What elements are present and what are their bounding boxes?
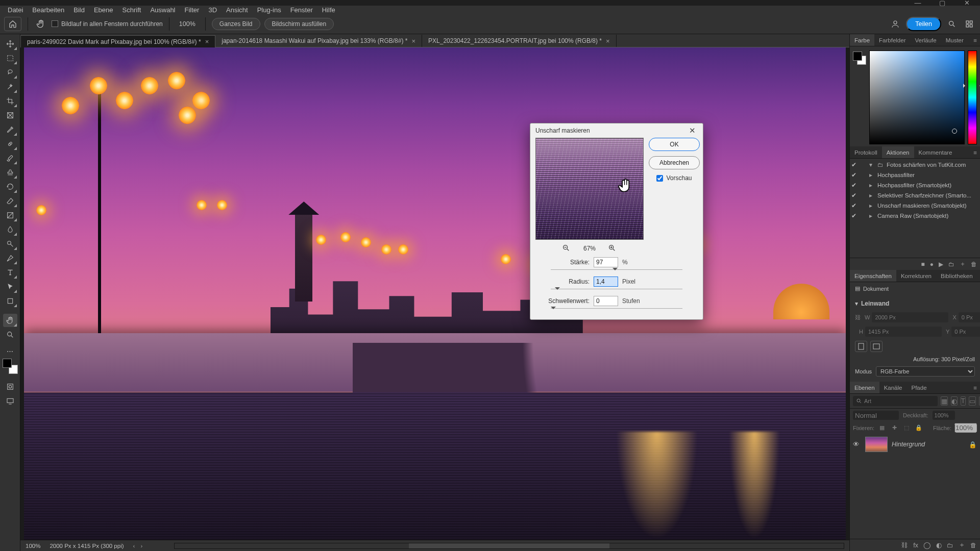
- chevron-down-icon[interactable]: ▾: [855, 300, 858, 307]
- hue-slider[interactable]: [968, 51, 977, 144]
- link-layers-icon[interactable]: ⛓: [901, 542, 908, 549]
- pen-tool[interactable]: [3, 252, 17, 265]
- zoom-display[interactable]: 100%: [176, 20, 199, 28]
- layer-filter-input[interactable]: [864, 398, 935, 404]
- orientation-portrait[interactable]: [855, 341, 867, 352]
- panel-menu-icon[interactable]: ≡: [977, 270, 980, 282]
- window-maximize[interactable]: ▢: [931, 1, 953, 6]
- screenmode-toggle[interactable]: [3, 394, 17, 408]
- action-row[interactable]: ✔▸Unscharf maskieren (Smartobjekt): [850, 201, 980, 211]
- tab-kanaele[interactable]: Kanäle: [879, 382, 907, 393]
- zoom-tool[interactable]: [3, 328, 17, 341]
- radius-slider[interactable]: [551, 289, 682, 294]
- tab-aktionen[interactable]: Aktionen: [882, 146, 914, 158]
- action-visibility-toggle[interactable]: ✔: [850, 161, 858, 168]
- fg-bg-swatch[interactable]: [3, 359, 18, 374]
- amount-input[interactable]: [594, 257, 618, 267]
- tab-kommentare[interactable]: Kommentare: [914, 146, 957, 158]
- scroll-all-windows-checkbox[interactable]: [52, 20, 58, 27]
- ok-button[interactable]: OK: [649, 138, 700, 151]
- marquee-tool[interactable]: [3, 52, 17, 65]
- action-row[interactable]: ✔▸Camera Raw (Smartobjekt): [850, 211, 980, 221]
- menu-schrift[interactable]: Schrift: [118, 6, 146, 14]
- brush-tool[interactable]: [3, 152, 17, 165]
- window-minimize[interactable]: —: [906, 1, 929, 6]
- tab-korrekturen[interactable]: Korrekturen: [896, 270, 936, 282]
- delete-layer-icon[interactable]: 🗑: [970, 542, 977, 549]
- action-visibility-toggle[interactable]: ✔: [850, 212, 858, 219]
- action-visibility-toggle[interactable]: ✔: [850, 202, 858, 209]
- lock-all-icon[interactable]: 🔒: [914, 423, 923, 433]
- action-visibility-toggle[interactable]: ✔: [850, 192, 858, 199]
- action-visibility-toggle[interactable]: ✔: [850, 171, 858, 179]
- quickmask-toggle[interactable]: [3, 380, 17, 393]
- layer-thumbnail[interactable]: [865, 437, 888, 452]
- panel-menu-icon[interactable]: ≡: [970, 382, 980, 393]
- status-zoom[interactable]: 100%: [26, 543, 40, 549]
- color-field[interactable]: [869, 51, 965, 144]
- lasso-tool[interactable]: [3, 66, 17, 79]
- menu-ansicht[interactable]: Ansicht: [222, 6, 253, 14]
- filter-type-icon[interactable]: T: [961, 396, 966, 406]
- fit-screen-button[interactable]: Ganzes Bild: [212, 18, 260, 30]
- close-tab-icon[interactable]: ×: [606, 37, 610, 45]
- dialog-close-icon[interactable]: ✕: [687, 126, 698, 135]
- lock-pixels-icon[interactable]: ▦: [877, 423, 887, 433]
- action-set-row[interactable]: ✔ ▾ 🗀 Fotos schärfen von TutKit.com: [850, 160, 980, 170]
- height-input[interactable]: [865, 327, 942, 337]
- blur-tool[interactable]: [3, 223, 17, 236]
- new-layer-icon[interactable]: ＋: [959, 541, 965, 549]
- action-record-icon[interactable]: ●: [930, 261, 934, 268]
- action-delete-icon[interactable]: 🗑: [971, 261, 977, 268]
- crop-tool[interactable]: [3, 94, 17, 108]
- panel-menu-icon[interactable]: ≡: [970, 34, 980, 46]
- menu-3d[interactable]: 3D: [204, 6, 222, 14]
- threshold-input[interactable]: [594, 296, 618, 306]
- status-arrows[interactable]: ‹ ›: [133, 543, 145, 549]
- opacity-input[interactable]: [933, 411, 955, 420]
- action-stop-icon[interactable]: ■: [921, 261, 925, 268]
- panel-menu-icon[interactable]: ≡: [970, 146, 980, 158]
- search-icon[interactable]: [945, 17, 959, 31]
- chevron-down-icon[interactable]: ▾: [869, 161, 875, 168]
- menu-fenster[interactable]: Fenster: [286, 6, 317, 14]
- filter-pixel-icon[interactable]: ▦: [941, 396, 948, 406]
- eraser-tool[interactable]: [3, 194, 17, 208]
- preview-checkbox[interactable]: [656, 175, 663, 182]
- type-tool[interactable]: [3, 266, 17, 279]
- menu-ebene[interactable]: Ebene: [89, 6, 118, 14]
- tab-verlaeufe[interactable]: Verläufe: [910, 34, 941, 46]
- width-input[interactable]: [872, 312, 948, 322]
- chevron-right-icon[interactable]: ▸: [869, 212, 875, 219]
- dialog-preview[interactable]: [535, 138, 644, 240]
- window-close[interactable]: ✕: [955, 1, 978, 6]
- layer-fx-icon[interactable]: fx: [913, 542, 918, 549]
- fill-screen-button[interactable]: Bildschirm ausfüllen: [264, 18, 334, 30]
- horizontal-scrollbar[interactable]: [174, 543, 844, 549]
- share-button[interactable]: Teilen: [906, 17, 941, 31]
- tab-farbfelder[interactable]: Farbfelder: [874, 34, 910, 46]
- workspace-switcher-icon[interactable]: [963, 17, 976, 31]
- tab-farbe[interactable]: Farbe: [850, 34, 874, 46]
- color-mode-select[interactable]: RGB-Farbe: [876, 366, 975, 377]
- layer-mask-icon[interactable]: ◯: [923, 541, 931, 549]
- link-wh-icon[interactable]: ⛓: [855, 314, 861, 320]
- tab-pfade[interactable]: Pfade: [906, 382, 931, 393]
- move-tool[interactable]: [3, 37, 17, 51]
- eyedropper-tool[interactable]: [3, 123, 17, 136]
- action-newset-icon[interactable]: 🗀: [948, 261, 954, 268]
- layer-row[interactable]: 👁 Hintergrund 🔒: [850, 435, 980, 454]
- chevron-right-icon[interactable]: ▸: [869, 171, 875, 179]
- close-tab-icon[interactable]: ×: [411, 37, 415, 45]
- filter-shape-icon[interactable]: ▭: [969, 396, 976, 406]
- tab-protokoll[interactable]: Protokoll: [850, 146, 882, 158]
- tab-muster[interactable]: Muster: [941, 34, 968, 46]
- threshold-slider[interactable]: [551, 308, 682, 313]
- tab-bibliotheken[interactable]: Bibliotheken: [936, 270, 977, 282]
- stamp-tool[interactable]: [3, 166, 17, 179]
- group-layers-icon[interactable]: 🗀: [947, 542, 953, 549]
- hand-tool[interactable]: [3, 314, 17, 327]
- menu-bild[interactable]: Bild: [69, 6, 89, 14]
- fg-bg-color-swatch[interactable]: [853, 52, 866, 65]
- menu-auswahl[interactable]: Auswahl: [145, 6, 180, 14]
